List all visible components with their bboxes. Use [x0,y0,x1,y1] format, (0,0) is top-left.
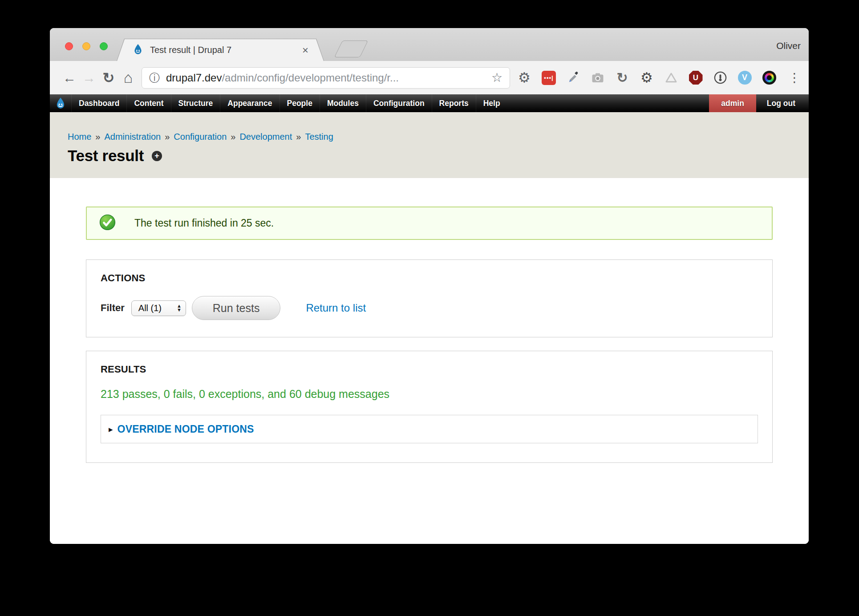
active-tab[interactable]: Test result | Drupal 7 × [117,39,324,61]
close-window-button[interactable] [65,42,73,50]
breadcrumb-home[interactable]: Home [68,132,91,142]
status-text: The test run finished in 25 sec. [134,217,274,229]
camera-lens-icon[interactable] [762,71,776,85]
eyedropper-icon[interactable] [566,71,580,85]
actions-heading: ACTIONS [101,272,758,284]
onepassword-key-icon[interactable] [713,71,727,85]
toolbar-item-help[interactable]: Help [476,94,507,112]
google-drive-icon[interactable] [664,71,678,85]
browser-toolbar: ← → ↻ ⌂ ⓘ drupal7.dev /admin/config/deve… [50,61,809,94]
forward-icon[interactable]: → [79,70,99,85]
lastpass-icon[interactable]: •••| [542,71,556,85]
return-to-list-link[interactable]: Return to list [306,302,366,314]
toolbar-item-appearance[interactable]: Appearance [220,94,279,112]
lens-body [762,71,776,85]
reload-icon[interactable]: ↻ [99,69,118,86]
filter-label: Filter [101,302,125,314]
page-header: Home»Administration»Configuration»Develo… [50,112,809,178]
select-stepper-icon: ▲ ▼ [177,304,182,312]
tab-title: Test result | Drupal 7 [150,45,231,55]
drupal-admin-toolbar: Dashboard Content Structure Appearance P… [50,94,809,112]
toolbar-item-dashboard[interactable]: Dashboard [71,94,126,112]
toolbar-item-configuration[interactable]: Configuration [366,94,432,112]
window-controls [65,42,108,50]
tab-close-icon[interactable]: × [302,45,308,56]
toolbar-spacer [507,94,709,112]
browser-window: Test result | Drupal 7 × Oliver ← → ↻ ⌂ … [50,28,809,544]
breadcrumb-administration[interactable]: Administration [104,132,161,142]
lastpass-dots: •••| [542,71,556,85]
session-refresh-icon[interactable]: ↻ [615,71,629,85]
settings-gear-icon[interactable]: ⚙ [517,71,531,85]
breadcrumb-configuration[interactable]: Configuration [174,132,227,142]
back-icon[interactable]: ← [60,70,79,85]
drupal-logo-icon[interactable] [50,94,71,112]
extension-icons: ⚙ •••| ↻ ⚙ [517,70,799,85]
breadcrumb-separator: » [296,132,301,142]
breadcrumb-development[interactable]: Development [239,132,292,142]
page-info-icon[interactable]: ⓘ [149,71,160,85]
home-icon[interactable]: ⌂ [118,69,138,86]
lens-core [767,75,772,80]
results-summary: 213 passes, 0 fails, 0 exceptions, and 6… [101,388,758,401]
stepper-down-icon: ▼ [177,308,182,312]
contextual-add-icon[interactable]: + [152,151,162,161]
filter-select-value: All (1) [138,303,162,313]
filter-row: Filter All (1) ▲ ▼ Run tests Return to l… [101,296,758,320]
address-bar[interactable]: ⓘ drupal7.dev /admin/config/development/… [142,67,510,89]
vimeo-letter: V [738,71,752,85]
ublock-icon[interactable]: U [689,71,703,85]
title-row: Test result + [68,147,809,165]
breadcrumb-separator: » [95,132,100,142]
vimeo-icon[interactable]: V [737,71,752,85]
toolbar-item-content[interactable]: Content [126,94,170,112]
filter-select[interactable]: All (1) ▲ ▼ [131,300,186,316]
toolbar-user-admin[interactable]: admin [709,94,756,112]
minimize-window-button[interactable] [82,42,90,50]
breadcrumb: Home»Administration»Configuration»Develo… [68,132,809,142]
override-node-options-fieldset[interactable]: ▸ OVERRIDE NODE OPTIONS [101,415,758,443]
camera-icon[interactable] [591,71,605,85]
zoom-window-button[interactable] [100,42,108,50]
bookmark-star-icon[interactable]: ☆ [491,70,502,85]
toolbar-item-reports[interactable]: Reports [432,94,476,112]
page-title: Test result [68,147,144,165]
collapse-arrow-icon: ▸ [109,424,113,434]
status-message: The test run finished in 25 sec. [86,207,773,240]
url-path: /admin/config/development/testing/r... [222,72,399,84]
new-tab-button[interactable] [334,41,369,57]
results-fieldset: RESULTS 213 passes, 0 fails, 0 exception… [86,351,773,463]
url-host: drupal7.dev [166,72,222,84]
toolbar-item-modules[interactable]: Modules [320,94,366,112]
breadcrumb-separator: » [231,132,235,142]
ublock-letter: U [689,71,703,85]
actions-fieldset: ACTIONS Filter All (1) ▲ ▼ Run tests Ret… [86,259,773,337]
browser-titlebar: Test result | Drupal 7 × Oliver [50,28,809,61]
chrome-menu-icon[interactable]: ⋮ [788,70,799,85]
override-node-options-link[interactable]: OVERRIDE NODE OPTIONS [118,423,254,435]
run-tests-button[interactable]: Run tests [192,296,281,320]
dev-gear-icon[interactable]: ⚙ [640,71,654,85]
drupal-favicon-icon [132,44,144,57]
results-heading: RESULTS [101,364,758,375]
page-content: The test run finished in 25 sec. ACTIONS… [50,178,809,544]
toolbar-item-structure[interactable]: Structure [171,94,220,112]
profile-name[interactable]: Oliver [776,41,801,51]
breadcrumb-testing[interactable]: Testing [305,132,333,142]
status-check-icon [99,214,116,232]
lens-ring [765,73,774,82]
breadcrumb-separator: » [165,132,170,142]
toolbar-logout[interactable]: Log out [756,94,806,112]
toolbar-item-people[interactable]: People [280,94,320,112]
